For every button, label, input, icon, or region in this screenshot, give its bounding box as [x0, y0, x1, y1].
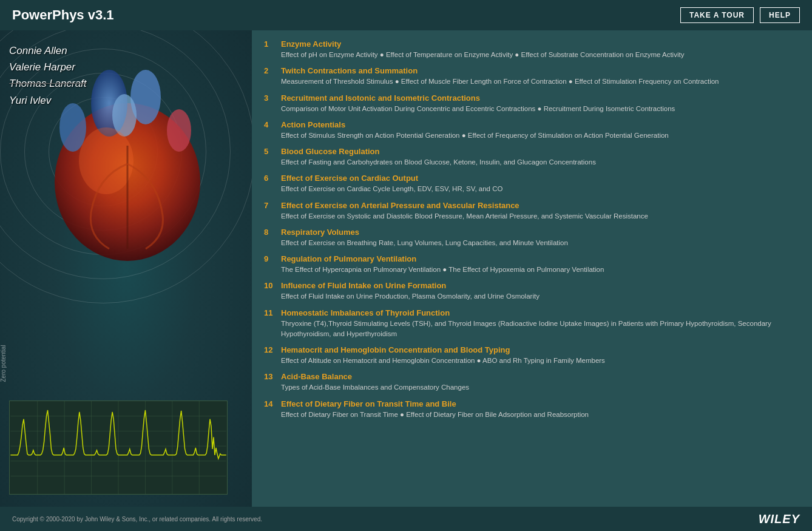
app-footer: Copyright © 2000-2020 by John Wiley & So… — [0, 507, 812, 531]
topic-header-6: 6Effect of Exercise on Cardiac Output — [264, 174, 800, 183]
ekg-chart — [9, 401, 228, 495]
topic-number-14: 14 — [264, 399, 277, 408]
topic-title-4[interactable]: Action Potentials — [281, 120, 345, 129]
app-header: PowerPhys v3.1 TAKE A TOUR HELP — [0, 0, 812, 30]
topic-header-5: 5Blood Glucose Regulation — [264, 147, 800, 156]
topic-item-2: 2Twitch Contractions and SummationMeasur… — [264, 66, 800, 87]
topic-title-7[interactable]: Effect of Exercise on Arterial Pressure … — [281, 201, 519, 210]
heart-illustration: Connie Allen Valerie Harper Thomas Lancr… — [0, 30, 252, 507]
topic-item-11: 11Homeostatic Imbalances of Thyroid Func… — [264, 308, 800, 340]
topic-number-8: 8 — [264, 228, 277, 237]
topic-description-2: Measurement of Threshold Stimulus ● Effe… — [264, 76, 800, 87]
wiley-logo: WILEY — [759, 512, 800, 526]
svg-point-5 — [167, 109, 191, 152]
author-3: Thomas Lancraft — [9, 75, 87, 92]
topic-header-8: 8Respiratory Volumes — [264, 228, 800, 237]
authors-list: Connie Allen Valerie Harper Thomas Lancr… — [9, 42, 87, 109]
topic-item-4: 4Action PotentialsEffect of Stimulus Str… — [264, 120, 800, 141]
topic-number-11: 11 — [264, 308, 277, 317]
topic-title-2[interactable]: Twitch Contractions and Summation — [281, 66, 418, 75]
topic-description-14: Effect of Dietary Fiber on Transit Time … — [264, 410, 800, 420]
topic-header-10: 10Influence of Fluid Intake on Urine For… — [264, 281, 800, 290]
topics-list: 1Enzyme ActivityEffect of pH on Enzyme A… — [252, 30, 812, 507]
header-buttons: TAKE A TOUR HELP — [680, 7, 800, 23]
topic-description-13: Types of Acid-Base Imbalances and Compen… — [264, 382, 800, 393]
take-tour-button[interactable]: TAKE A TOUR — [680, 7, 754, 23]
topic-header-13: 13Acid-Base Balance — [264, 372, 800, 381]
topic-title-1[interactable]: Enzyme Activity — [281, 39, 341, 49]
topic-title-10[interactable]: Influence of Fluid Intake on Urine Forma… — [281, 281, 446, 290]
topic-header-7: 7Effect of Exercise on Arterial Pressure… — [264, 201, 800, 210]
svg-point-6 — [79, 127, 134, 194]
topic-title-14[interactable]: Effect of Dietary Fiber on Transit Time … — [281, 399, 456, 408]
author-2: Valerie Harper — [9, 59, 87, 75]
topic-header-4: 4Action Potentials — [264, 120, 800, 129]
topic-number-5: 5 — [264, 147, 277, 156]
topic-item-8: 8Respiratory VolumesEffect of Exercise o… — [264, 228, 800, 248]
topic-item-9: 9Regulation of Pulmonary VentilationThe … — [264, 254, 800, 275]
topic-header-2: 2Twitch Contractions and Summation — [264, 66, 800, 75]
topic-item-10: 10Influence of Fluid Intake on Urine For… — [264, 281, 800, 302]
topic-number-4: 4 — [264, 120, 277, 129]
copyright-text: Copyright © 2000-2020 by John Wiley & So… — [12, 516, 262, 523]
topic-item-5: 5Blood Glucose RegulationEffect of Fasti… — [264, 147, 800, 167]
topic-header-9: 9Regulation of Pulmonary Ventilation — [264, 254, 800, 263]
topic-item-1: 1Enzyme ActivityEffect of pH on Enzyme A… — [264, 39, 800, 60]
topic-description-6: Effect of Exercise on Cardiac Cycle Leng… — [264, 184, 800, 194]
topic-item-14: 14Effect of Dietary Fiber on Transit Tim… — [264, 399, 800, 420]
topic-header-3: 3Recruitment and Isotonic and Isometric … — [264, 93, 800, 103]
topic-description-1: Effect of pH on Enzyme Activity ● Effect… — [264, 50, 800, 60]
svg-point-4 — [59, 103, 86, 152]
topic-title-13[interactable]: Acid-Base Balance — [281, 372, 352, 381]
topic-header-11: 11Homeostatic Imbalances of Thyroid Func… — [264, 308, 800, 317]
topic-number-2: 2 — [264, 66, 277, 75]
topic-header-12: 12Hematocrit and Hemoglobin Concentratio… — [264, 345, 800, 354]
topic-title-6[interactable]: Effect of Exercise on Cardiac Output — [281, 174, 418, 183]
topic-title-12[interactable]: Hematocrit and Hemoglobin Concentration … — [281, 345, 510, 354]
ekg-grid — [10, 401, 227, 494]
topic-description-8: Effect of Exercise on Breathing Rate, Lu… — [264, 238, 800, 248]
topic-item-13: 13Acid-Base BalanceTypes of Acid-Base Im… — [264, 372, 800, 393]
author-1: Connie Allen — [9, 42, 87, 59]
main-content: Connie Allen Valerie Harper Thomas Lancr… — [0, 30, 812, 507]
help-button[interactable]: HELP — [760, 7, 800, 23]
topic-description-11: Thryoxine (T4),Thyroid Stimulating Level… — [264, 319, 800, 340]
topic-number-10: 10 — [264, 281, 277, 290]
topic-description-10: Effect of Fluid Intake on Urine Producti… — [264, 291, 800, 302]
topic-item-3: 3Recruitment and Isotonic and Isometric … — [264, 93, 800, 114]
topic-number-7: 7 — [264, 201, 277, 210]
topic-number-12: 12 — [264, 345, 277, 354]
topic-title-11[interactable]: Homeostatic Imbalances of Thyroid Functi… — [281, 308, 450, 317]
topic-header-1: 1Enzyme Activity — [264, 39, 800, 49]
topic-item-6: 6Effect of Exercise on Cardiac OutputEff… — [264, 174, 800, 194]
app-title: PowerPhys v3.1 — [12, 7, 114, 23]
topic-description-7: Effect of Exercise on Systolic and Diast… — [264, 211, 800, 222]
topic-number-1: 1 — [264, 39, 277, 49]
left-panel: Connie Allen Valerie Harper Thomas Lancr… — [0, 30, 252, 507]
topic-header-14: 14Effect of Dietary Fiber on Transit Tim… — [264, 399, 800, 408]
topic-description-12: Effect of Altitude on Hematocrit and Hem… — [264, 356, 800, 366]
topic-number-13: 13 — [264, 372, 277, 381]
topic-title-5[interactable]: Blood Glucose Regulation — [281, 147, 380, 156]
topic-number-6: 6 — [264, 174, 277, 183]
author-4: Yuri Ivlev — [9, 92, 87, 109]
topic-title-8[interactable]: Respiratory Volumes — [281, 228, 359, 237]
topic-item-12: 12Hematocrit and Hemoglobin Concentratio… — [264, 345, 800, 366]
topic-title-9[interactable]: Regulation of Pulmonary Ventilation — [281, 254, 416, 263]
topic-number-3: 3 — [264, 93, 277, 103]
topic-description-3: Comparison of Motor Unit Activation Duri… — [264, 104, 800, 114]
topic-description-9: The Effect of Hypercapnia on Pulmonary V… — [264, 265, 800, 275]
topic-item-7: 7Effect of Exercise on Arterial Pressure… — [264, 201, 800, 222]
topic-description-4: Effect of Stimulus Strength on Action Po… — [264, 130, 800, 141]
zero-potential-label: Zero potential — [0, 345, 7, 382]
topic-title-3[interactable]: Recruitment and Isotonic and Isometric C… — [281, 93, 480, 103]
topic-description-5: Effect of Fasting and Carbohydrates on B… — [264, 157, 800, 167]
topic-number-9: 9 — [264, 254, 277, 263]
